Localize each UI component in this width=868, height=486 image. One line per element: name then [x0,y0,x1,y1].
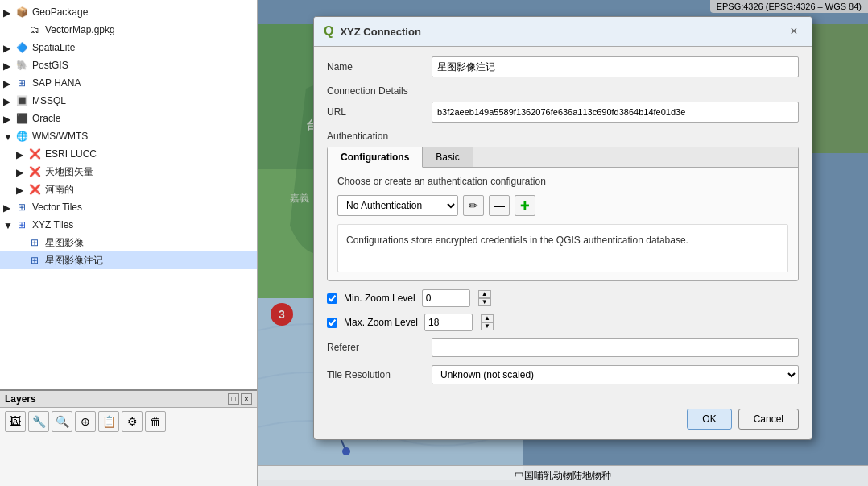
auth-select[interactable]: No Authentication [337,195,458,216]
expand-icon [16,238,26,247]
auth-info-box: Configurations store encrypted credentia… [337,224,788,272]
esri-icon: ❌ [27,147,42,161]
min-zoom-input[interactable] [422,289,470,307]
sidebar-item-vectormap[interactable]: 🗂 VectorMap.gpkg [0,21,257,39]
add-auth-btn[interactable]: ✚ [515,195,535,216]
max-zoom-label: Max. Zoom Level [344,317,418,328]
dialog-title-text: XYZ Connection [340,26,420,38]
tile-res-row: Tile Resolution Unknown (not scaled) Sta… [327,365,799,384]
sidebar-item-xingtuyingxiang[interactable]: ⊞ 星图影像 [0,234,257,251]
sidebar-item-label: 星图影像注记 [45,254,103,268]
sidebar-item-label: PostGIS [32,60,68,71]
tab-basic[interactable]: Basic [423,147,473,167]
oracle-icon: ⬛ [14,111,29,126]
expand-icon: ▶ [3,202,13,212]
expand-icon: ▶ [3,78,13,88]
expand-icon: ▼ [3,220,13,230]
sidebar-item-label: 河南的 [45,183,74,197]
tile-res-label: Tile Resolution [327,369,424,380]
spatialite-icon: 🔷 [14,40,29,55]
sidebar-item-spatialite[interactable]: ▶ 🔷 SpatiaLite [0,39,257,56]
max-zoom-input[interactable] [424,314,473,331]
tile-res-select[interactable]: Unknown (not scaled) Standard (256x256) … [432,365,799,384]
mssql-icon: 🔳 [14,93,29,108]
sidebar-item-mssql[interactable]: ▶ 🔳 MSSQL [0,92,257,110]
map-bottom-status: 中国哺乳动物陆地物种 [258,465,868,486]
min-zoom-up[interactable]: ▲ [478,290,491,298]
map-area: EPSG:4326 (EPSG:4326 – WGS 84) 台南 嘉義 [258,0,868,486]
max-zoom-down[interactable]: ▼ [481,322,494,330]
xyz-connection-dialog: Q XYZ Connection × Name Connection Detai… [313,16,812,440]
referer-input[interactable] [432,338,799,357]
min-zoom-down[interactable]: ▼ [478,298,491,306]
open-attr-btn[interactable]: 📋 [98,411,119,432]
dialog-title-area: Q XYZ Connection [324,24,421,39]
qgis-logo-icon: Q [324,24,333,39]
tab-configurations[interactable]: Configurations [328,147,423,168]
authentication-section: Authentication Configurations Basic Choo… [327,131,799,281]
postgis-icon: 🐘 [14,58,29,73]
expand-icon [16,255,26,265]
cancel-button[interactable]: Cancel [738,409,799,430]
expand-icon: ▶ [3,7,13,17]
sidebar-item-label: SpatiaLite [32,42,75,53]
referer-label: Referer [327,342,424,353]
wms-icon: 🌐 [14,129,29,143]
tianditu-icon: ❌ [27,164,42,179]
sidebar-item-henan[interactable]: ▶ ❌ 河南的 [0,181,257,198]
max-zoom-up[interactable]: ▲ [481,314,494,322]
xyztiles-icon: ⊞ [14,218,29,232]
auth-panel: Configurations Basic Choose or create an… [327,147,799,281]
edit-auth-btn[interactable]: ✏ [463,195,484,216]
sidebar-item-oracle[interactable]: ▶ ⬛ Oracle [0,110,257,127]
saphana-icon: ⊞ [14,76,29,90]
dialog-close-button[interactable]: × [786,23,802,39]
xingtuyingxiangzhuji-icon: ⊞ [27,253,42,268]
authentication-label: Authentication [327,131,799,142]
url-input[interactable] [432,102,799,123]
layers-panel-title: Layers [5,393,36,405]
remove-layer-btn[interactable]: 🗑 [145,411,166,432]
layers-panel-header: Layers □ × [0,391,257,408]
min-zoom-label: Min. Zoom Level [344,293,415,304]
sidebar-item-xyztiles[interactable]: ▼ ⊞ XYZ Tiles [0,216,257,234]
remove-auth-btn[interactable]: — [489,195,510,216]
expand-icon: ▶ [3,114,13,123]
min-zoom-row: Min. Zoom Level ▲ ▼ [327,289,799,307]
sidebar-item-wmswmts[interactable]: ▼ 🌐 WMS/WMTS [0,127,257,145]
panel-float-btn[interactable]: □ [228,393,239,405]
sidebar-item-geopackage[interactable]: ▶ 📦 GeoPackage [0,3,257,21]
sidebar-item-label: MSSQL [32,95,66,106]
name-input[interactable] [432,56,799,77]
max-zoom-row: Max. Zoom Level ▲ ▼ [327,314,799,331]
sidebar-item-saphana[interactable]: ▶ ⊞ SAP HANA [0,74,257,92]
min-zoom-checkbox[interactable] [327,293,337,304]
min-zoom-spinner: ▲ ▼ [478,290,491,306]
filter2-btn[interactable]: 🔍 [52,411,72,432]
sidebar-item-label: XYZ Tiles [32,219,73,231]
sidebar-item-esrilucc[interactable]: ▶ ❌ ESRI LUCC [0,145,257,163]
geopackage-icon: 📦 [14,5,29,19]
ok-button[interactable]: OK [687,409,731,430]
sidebar-item-vectortiles[interactable]: ▶ ⊞ Vector Tiles [0,198,257,216]
max-zoom-spinner: ▲ ▼ [481,314,494,330]
sidebar-item-label: 天地图矢量 [45,165,93,179]
add-raster-btn[interactable]: 🖼 [5,411,26,432]
expand-icon: ▶ [16,149,26,159]
sidebar: ▶ 📦 GeoPackage 🗂 VectorMap.gpkg ▶ 🔷 Spat… [0,0,258,486]
name-label: Name [327,61,424,73]
layer-props-btn[interactable]: ⚙ [122,411,143,432]
sidebar-item-postgis[interactable]: ▶ 🐘 PostGIS [0,56,257,74]
layer-toolbar: 🖼 🔧 🔍 ⊕ 📋 ⚙ 🗑 [0,408,257,435]
sidebar-item-tianditumap[interactable]: ▶ ❌ 天地图矢量 [0,163,257,181]
max-zoom-checkbox[interactable] [327,318,337,328]
zoom-layer-btn[interactable]: ⊕ [75,411,96,432]
expand-icon: ▶ [16,167,26,177]
sidebar-item-xingtuyingxiangzhuji[interactable]: ⊞ 星图影像注记 [0,251,257,269]
sidebar-item-label: WMS/WMTS [32,131,88,142]
sidebar-item-label: SAP HANA [32,77,81,89]
vectortiles-icon: ⊞ [14,200,29,214]
filter-btn[interactable]: 🔧 [28,411,49,432]
auth-tabs: Configurations Basic [328,147,798,168]
panel-close-btn[interactable]: × [241,393,252,405]
